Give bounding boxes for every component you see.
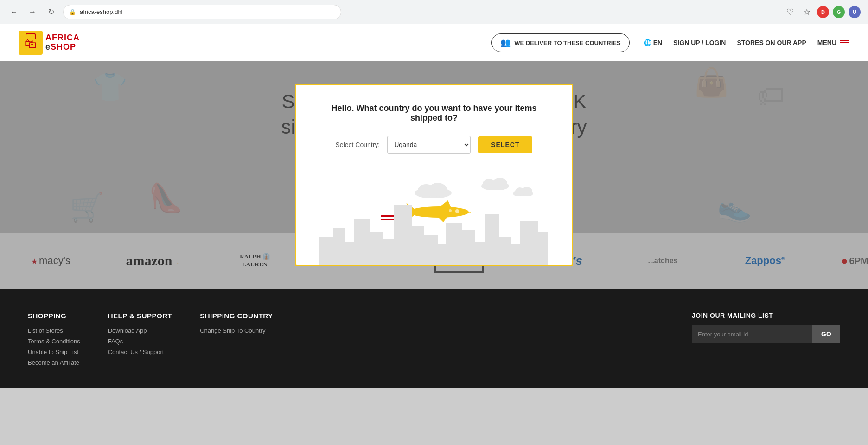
- cloud-left: [412, 181, 454, 200]
- menu-label: MENU: [817, 39, 836, 46]
- building-17: [520, 221, 538, 265]
- back-button[interactable]: ←: [7, 6, 20, 19]
- address-bar[interactable]: 🔒 africa-eshop.dhl: [63, 5, 341, 19]
- logo: 🛍 AFRICA eSHOP: [19, 31, 80, 55]
- deliver-button[interactable]: 👥 WE DELIVER TO THESE COUNTRIES: [491, 33, 629, 52]
- modal-illustration: [319, 172, 549, 265]
- select-button[interactable]: SELECT: [478, 136, 532, 153]
- mailing-heading: JOIN OUR MAILING LIST: [692, 312, 840, 319]
- building-2: [333, 228, 345, 265]
- lock-icon: 🔒: [69, 9, 76, 15]
- footer-download-app[interactable]: Download App: [108, 327, 172, 334]
- menu-button[interactable]: MENU: [817, 39, 849, 46]
- browser-actions: ♡ ☆ D G U: [784, 6, 861, 19]
- svg-point-2: [428, 183, 447, 197]
- forward-button[interactable]: →: [26, 6, 39, 19]
- building-18: [538, 232, 548, 265]
- building-9: [424, 235, 438, 265]
- profile-avatar-2[interactable]: G: [833, 6, 845, 18]
- building-15: [499, 237, 511, 265]
- svg-point-8: [521, 187, 532, 195]
- cloud-right: [479, 177, 511, 192]
- modal-select-row: Select Country: Uganda Kenya Nigeria Gha…: [319, 136, 549, 154]
- footer-support: HELP & SUPPORT Download App FAQs Contact…: [108, 312, 172, 370]
- modal-overlay: Hello. What country do you want to have …: [0, 61, 868, 289]
- hero-section: 👕 👜 🛒 👠 👟 🏷 Shop in Africa on over 200+ …: [0, 61, 868, 289]
- country-select[interactable]: Uganda Kenya Nigeria Ghana Tanzania Ethi…: [387, 136, 471, 154]
- footer-shipping-heading: SHIPPING COUNTRY: [200, 312, 273, 320]
- browser-chrome: ← → ↻ 🔒 africa-eshop.dhl ♡ ☆ D G U: [0, 0, 868, 24]
- footer-terms[interactable]: Terms & Conditions: [28, 338, 80, 345]
- select-label: Select Country:: [336, 141, 380, 148]
- reload-button[interactable]: ↻: [45, 6, 57, 19]
- building-11: [446, 223, 462, 265]
- url-text: africa-eshop.dhl: [80, 8, 123, 15]
- footer-list-of-stores[interactable]: List of Stores: [28, 327, 80, 334]
- building-1: [319, 237, 333, 265]
- lang-text: EN: [653, 39, 662, 46]
- modal-question: Hello. What country do you want to have …: [319, 103, 549, 123]
- go-button[interactable]: GO: [812, 325, 840, 343]
- city-skyline: [319, 205, 549, 265]
- building-4: [354, 219, 370, 265]
- cloud-small: [511, 186, 535, 198]
- footer-shopping-heading: SHOPPING: [28, 312, 80, 320]
- email-row: GO: [692, 325, 840, 343]
- bookmark-icon[interactable]: ♡: [784, 6, 797, 19]
- footer-mailing: JOIN OUR MAILING LIST GO: [692, 312, 840, 370]
- footer-faqs[interactable]: FAQs: [108, 338, 172, 345]
- building-16: [511, 244, 520, 265]
- stores-link[interactable]: STORES ON OUR APP: [737, 39, 806, 46]
- lang-selector[interactable]: 🌐 EN: [644, 39, 662, 46]
- footer-affiliate[interactable]: Become an Affiliate: [28, 359, 80, 366]
- site-footer: SHOPPING List of Stores Terms & Conditio…: [0, 289, 868, 388]
- country-modal: Hello. What country do you want to have …: [295, 84, 573, 266]
- site-wrapper: 🛍 AFRICA eSHOP 👥 WE DELIVER TO THESE COU…: [0, 24, 868, 388]
- building-3: [345, 242, 354, 265]
- building-7: [394, 205, 412, 265]
- footer-shopping: SHOPPING List of Stores Terms & Conditio…: [28, 312, 80, 370]
- footer-contact[interactable]: Contact Us / Support: [108, 348, 172, 355]
- nav-right: 🌐 EN SIGN UP / LOGIN STORES ON OUR APP M…: [644, 39, 849, 46]
- deliver-icon: 👥: [500, 38, 511, 48]
- deliver-label: WE DELIVER TO THESE COUNTRIES: [514, 39, 620, 46]
- footer-shipping: SHIPPING COUNTRY Change Ship To Country: [200, 312, 273, 370]
- footer-support-heading: HELP & SUPPORT: [108, 312, 172, 320]
- building-13: [475, 242, 485, 265]
- svg-point-5: [492, 178, 507, 189]
- logo-bag-icon: 🛍: [19, 31, 43, 55]
- hamburger-icon: [840, 40, 849, 45]
- email-input[interactable]: [692, 325, 812, 343]
- building-14: [485, 214, 499, 265]
- footer-unable-ship[interactable]: Unable to Ship List: [28, 348, 80, 355]
- profile-avatar-1[interactable]: D: [817, 6, 829, 18]
- footer-change-country[interactable]: Change Ship To Country: [200, 327, 273, 334]
- logo-text: AFRICA eSHOP: [45, 33, 80, 52]
- star-icon[interactable]: ☆: [800, 6, 813, 19]
- building-10: [438, 244, 446, 265]
- profile-avatar-3[interactable]: U: [849, 6, 861, 18]
- building-5: [370, 232, 383, 265]
- site-header: 🛍 AFRICA eSHOP 👥 WE DELIVER TO THESE COU…: [0, 24, 868, 61]
- logo-eshop: eSHOP: [45, 43, 80, 52]
- logo-africa: AFRICA: [45, 33, 80, 43]
- globe-icon: 🌐: [644, 39, 651, 46]
- building-8: [412, 226, 424, 265]
- building-6: [383, 239, 394, 265]
- building-12: [462, 230, 475, 265]
- signup-link[interactable]: SIGN UP / LOGIN: [673, 39, 726, 46]
